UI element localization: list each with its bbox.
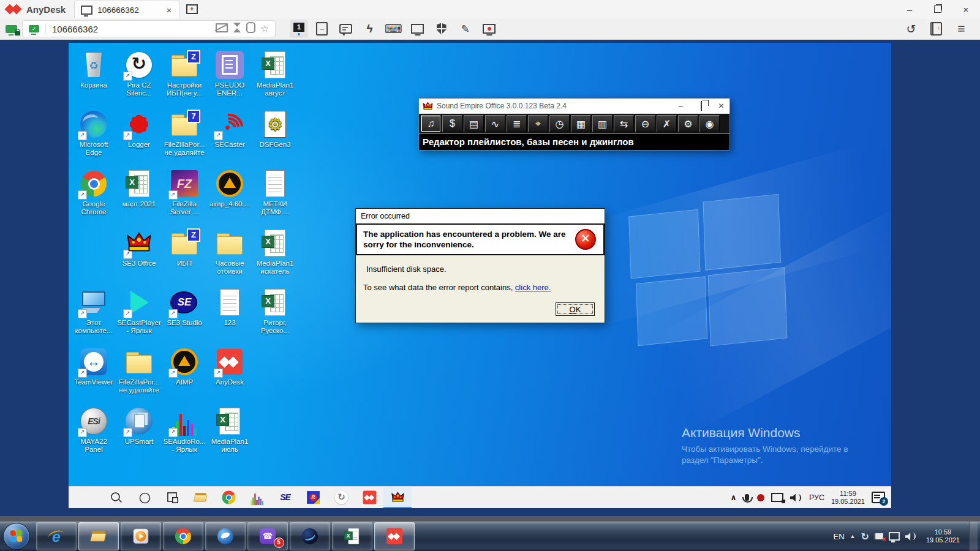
monitor-select-button[interactable]: 1 (290, 20, 308, 38)
se-toolbar-transfer-button[interactable]: ⇆ (614, 115, 634, 132)
desktop-icon[interactable]: ↗Google Chrome (71, 168, 116, 227)
se-toolbar-document-button[interactable]: ▤ (464, 115, 484, 132)
media-player-taskbar-button[interactable] (121, 522, 161, 550)
start-orb-button[interactable] (3, 523, 30, 550)
desktop-icon[interactable]: ↗SEAudioRo... - Ярлык (162, 405, 207, 465)
minimize-button[interactable]: – (895, 0, 924, 18)
se-toolbar-playlist-button[interactable]: ≣ (507, 115, 527, 132)
desktop-icon[interactable]: XMediaPlan1 искатель (252, 227, 298, 287)
anydesk-taskbar-button[interactable] (374, 522, 415, 550)
se-toolbar-scheduler-button[interactable]: ◷ (549, 115, 570, 132)
tray-expand-icon[interactable]: ∧ (730, 493, 737, 502)
network-icon[interactable] (771, 493, 783, 502)
desktop-icon[interactable]: aimp_4.60.... (207, 168, 252, 227)
se-maximize-button[interactable] (693, 102, 709, 110)
skype-app-taskbar-button[interactable] (290, 522, 330, 550)
desktop-icon[interactable]: ⚙DSFGen3 (252, 108, 298, 168)
viber-taskbar-button[interactable]: ☎5 (247, 522, 288, 550)
search-taskbar-button[interactable] (102, 487, 130, 508)
se-audio-router-taskbar-button[interactable] (243, 487, 271, 508)
tab-close-icon[interactable]: × (165, 5, 173, 15)
desktop-icon[interactable]: ZНастройки ИБП(не у... (162, 49, 207, 108)
desktop-icon[interactable]: Часовые отбивки (207, 227, 252, 287)
task-view-taskbar-button[interactable] (158, 487, 186, 508)
se-toolbar-tools-button[interactable]: ✗ (657, 115, 677, 132)
r-app-taskbar-button[interactable]: R (299, 487, 327, 508)
remote-desktop[interactable]: ♻Корзина↻↗Pira CZ Silenc...ZНастройки ИБ… (69, 43, 891, 508)
menu-button[interactable]: ≡ (951, 20, 971, 38)
microphone-icon[interactable] (745, 494, 749, 501)
recording-dot-icon[interactable] (757, 494, 764, 501)
start-taskbar-button[interactable] (74, 487, 102, 508)
internet-explorer-taskbar-button[interactable]: e (36, 522, 77, 550)
restore-button[interactable] (924, 0, 952, 18)
desktop-icon[interactable]: SE↗SE3 Studio (162, 287, 207, 346)
se-toolbar-view-button[interactable]: ◉ (699, 115, 720, 132)
file-explorer-taskbar-button[interactable] (186, 487, 214, 508)
desktop-icon[interactable]: Xмарт 2021 (116, 168, 162, 227)
clipboard-sync-icon[interactable] (246, 22, 255, 36)
desktop-icon[interactable]: ↻↗Pira CZ Silenc... (116, 49, 162, 108)
pira-cz-taskbar-button[interactable]: ↻ (327, 487, 355, 508)
se-toolbar-settings-button[interactable]: ⚙ (678, 115, 698, 132)
address-book-button[interactable] (926, 20, 946, 38)
desktop-icon[interactable]: PSEUDO ENER... (207, 49, 252, 108)
remote-clock[interactable]: 11:5919.05.2021 (831, 490, 865, 506)
desktop-icon[interactable]: ↗AnyDesk (207, 346, 252, 405)
desktop-icon[interactable]: FZ↗FileZilla Server ... (162, 168, 207, 227)
chrome-taskbar-button[interactable] (163, 522, 203, 550)
se-toolbar-grid-button[interactable]: ▦ (571, 115, 591, 132)
favorites-icon[interactable]: ☆ (261, 23, 269, 34)
action-center-flag-icon[interactable] (875, 533, 883, 539)
host-tray-expand-icon[interactable]: ▲ (850, 533, 856, 539)
se-toolbar-database-button[interactable]: ⊖ (635, 115, 655, 132)
se-toolbar-music-button[interactable]: ♫ (421, 115, 441, 132)
desktop-icon[interactable]: XРиторг, Русско... (252, 287, 298, 346)
actions-button[interactable]: ϟ (360, 20, 380, 38)
privacy-mode-icon[interactable] (216, 23, 228, 35)
se-toolbar-log-button[interactable]: ▥ (592, 115, 612, 132)
host-swirl-tray-icon[interactable]: ↻ (861, 531, 869, 542)
desktop-icon[interactable]: 123 (207, 287, 252, 346)
desktop-icon[interactable]: ↗UPSmart (116, 405, 162, 465)
whiteboard-button[interactable]: ✎ (455, 20, 475, 38)
se-close-button[interactable]: ✕ (713, 102, 729, 110)
desktop-icon[interactable]: XMediaPlan1 июль (207, 405, 252, 465)
notification-center-icon[interactable]: 2 (872, 492, 885, 503)
desktop-icon[interactable]: ♻Корзина (71, 49, 116, 108)
desktop-icon[interactable]: ZИБП (162, 227, 207, 287)
desktop-icon[interactable]: ↗Этот компьюте... (71, 287, 116, 346)
desktop-icon[interactable]: ↗Logger (116, 108, 162, 168)
desktop-icon[interactable]: ↗SECastPlayer - Ярлык (116, 287, 162, 346)
close-button[interactable]: × (952, 0, 980, 18)
file-manager-button[interactable]: → (312, 20, 332, 38)
chat-button[interactable] (336, 20, 356, 38)
error-dialog[interactable]: Error occurred The application has encou… (355, 208, 605, 323)
language-indicator[interactable]: РУС (809, 493, 824, 502)
file-explorer-taskbar-button[interactable] (78, 522, 119, 550)
desktop-icon[interactable]: ↗SE3 Office (116, 227, 162, 287)
record-session-button[interactable] (479, 20, 499, 38)
display-settings-button[interactable] (407, 20, 428, 38)
session-time-icon[interactable] (233, 23, 241, 35)
host-speaker-icon[interactable] (905, 532, 917, 541)
desktop-icon[interactable]: ↗Microsoft Edge (71, 108, 116, 168)
chrome-taskbar-button[interactable] (214, 487, 243, 508)
thunderbird-taskbar-button[interactable] (205, 522, 246, 550)
host-clock[interactable]: 10:5919.05.2021 (922, 528, 963, 544)
permissions-button[interactable] (431, 20, 451, 38)
click-here-link[interactable]: click here. (515, 283, 551, 292)
keyboard-button[interactable]: ⌨ (383, 20, 404, 38)
desktop-icon[interactable]: МЕТКИ ДТМФ ... (252, 168, 298, 227)
sound-empire-office-taskbar-button[interactable] (383, 487, 412, 508)
se-toolbar-billing-button[interactable]: $ (442, 115, 462, 132)
se-titlebar[interactable]: Sound Empire Office 3.0.0.123 Beta 2.4 –… (419, 99, 729, 113)
excel-taskbar-button[interactable]: X (332, 522, 372, 550)
host-network-icon[interactable] (889, 532, 900, 541)
desktop-icon[interactable]: ↔↗TeamViewer (71, 346, 116, 405)
address-pill[interactable]: ✓ 106666362 ☆ (22, 20, 276, 37)
anydesk-taskbar-button[interactable] (355, 487, 383, 508)
cortana-taskbar-button[interactable] (130, 487, 158, 508)
new-session-button[interactable]: + (179, 0, 204, 18)
desktop-icon[interactable]: XMediaPlan1 август (252, 49, 298, 108)
